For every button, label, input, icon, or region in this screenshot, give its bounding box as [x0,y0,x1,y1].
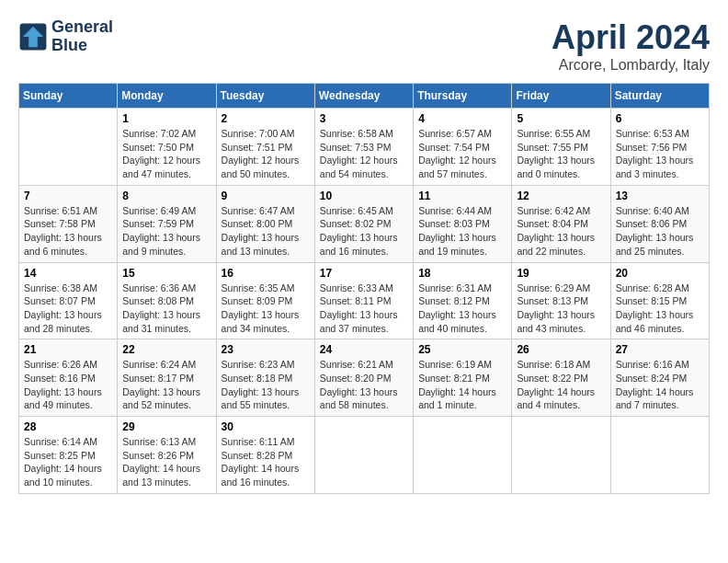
day-info: Sunrise: 6:38 AMSunset: 8:07 PMDaylight:… [24,282,112,336]
day-number: 9 [222,190,310,202]
day-info: Sunrise: 6:57 AMSunset: 7:54 PMDaylight:… [418,127,506,181]
weekday-header-sunday: Sunday [19,84,118,109]
day-number: 12 [517,190,605,202]
calendar-week-2: 7Sunrise: 6:51 AMSunset: 7:58 PMDaylight… [19,185,710,262]
calendar-cell: 29Sunrise: 6:13 AMSunset: 8:26 PMDayligh… [118,417,216,494]
day-info: Sunrise: 6:31 AMSunset: 8:12 PMDaylight:… [418,282,506,336]
calendar-cell: 27Sunrise: 6:16 AMSunset: 8:24 PMDayligh… [610,339,709,417]
day-info: Sunrise: 6:13 AMSunset: 8:26 PMDaylight:… [122,435,210,489]
calendar-week-5: 28Sunrise: 6:14 AMSunset: 8:25 PMDayligh… [19,417,710,494]
title-block: April 2024 Arcore, Lombardy, Italy [552,18,710,74]
day-info: Sunrise: 6:33 AMSunset: 8:11 PMDaylight:… [320,282,408,336]
day-number: 5 [517,112,605,125]
day-number: 17 [320,267,408,280]
day-info: Sunrise: 7:00 AMSunset: 7:51 PMDaylight:… [222,127,310,181]
logo-text: General Blue [51,18,113,55]
calendar-cell: 12Sunrise: 6:42 AMSunset: 8:04 PMDayligh… [512,185,610,262]
day-number: 7 [24,190,112,202]
calendar-cell: 23Sunrise: 6:23 AMSunset: 8:18 PMDayligh… [216,339,314,417]
day-number: 13 [616,190,704,202]
day-number: 6 [616,112,704,125]
day-info: Sunrise: 6:53 AMSunset: 7:56 PMDaylight:… [616,127,704,181]
calendar-cell: 17Sunrise: 6:33 AMSunset: 8:11 PMDayligh… [314,262,413,339]
calendar-cell: 10Sunrise: 6:45 AMSunset: 8:02 PMDayligh… [314,185,413,262]
weekday-header-wednesday: Wednesday [314,84,413,109]
day-info: Sunrise: 6:36 AMSunset: 8:08 PMDaylight:… [122,282,210,336]
calendar-cell: 24Sunrise: 6:21 AMSunset: 8:20 PMDayligh… [314,339,413,417]
calendar-cell [19,109,118,186]
location: Arcore, Lombardy, Italy [552,57,710,74]
day-info: Sunrise: 6:49 AMSunset: 7:59 PMDaylight:… [122,204,210,259]
logo: General Blue [18,18,113,55]
weekday-header-saturday: Saturday [610,84,709,109]
day-info: Sunrise: 7:02 AMSunset: 7:50 PMDaylight:… [122,127,210,181]
day-number: 28 [24,420,112,433]
calendar-cell: 5Sunrise: 6:55 AMSunset: 7:55 PMDaylight… [512,109,610,186]
weekday-header-monday: Monday [118,84,216,109]
day-number: 20 [616,267,704,280]
day-number: 26 [517,343,605,356]
calendar-cell: 25Sunrise: 6:19 AMSunset: 8:21 PMDayligh… [414,339,512,417]
day-number: 25 [418,343,506,356]
calendar-cell: 16Sunrise: 6:35 AMSunset: 8:09 PMDayligh… [216,262,314,339]
day-info: Sunrise: 6:51 AMSunset: 7:58 PMDaylight:… [24,204,112,259]
calendar-cell [314,417,413,494]
calendar-cell: 13Sunrise: 6:40 AMSunset: 8:06 PMDayligh… [610,185,709,262]
day-info: Sunrise: 6:45 AMSunset: 8:02 PMDaylight:… [320,204,408,259]
logo-icon [18,22,48,52]
day-info: Sunrise: 6:55 AMSunset: 7:55 PMDaylight:… [517,127,605,181]
calendar-cell: 3Sunrise: 6:58 AMSunset: 7:53 PMDaylight… [314,109,413,186]
calendar-cell: 11Sunrise: 6:44 AMSunset: 8:03 PMDayligh… [414,185,512,262]
calendar-cell: 9Sunrise: 6:47 AMSunset: 8:00 PMDaylight… [216,185,314,262]
weekday-header-thursday: Thursday [414,84,512,109]
day-number: 29 [122,420,210,433]
calendar-cell: 28Sunrise: 6:14 AMSunset: 8:25 PMDayligh… [19,417,118,494]
calendar-week-3: 14Sunrise: 6:38 AMSunset: 8:07 PMDayligh… [19,262,710,339]
day-info: Sunrise: 6:58 AMSunset: 7:53 PMDaylight:… [320,127,408,181]
day-number: 14 [24,267,112,280]
day-number: 4 [418,112,506,125]
day-info: Sunrise: 6:16 AMSunset: 8:24 PMDaylight:… [616,358,704,412]
day-info: Sunrise: 6:47 AMSunset: 8:00 PMDaylight:… [222,204,310,259]
day-number: 22 [122,343,210,356]
day-info: Sunrise: 6:42 AMSunset: 8:04 PMDaylight:… [517,204,605,259]
calendar-cell: 4Sunrise: 6:57 AMSunset: 7:54 PMDaylight… [414,109,512,186]
day-number: 10 [320,190,408,202]
day-number: 19 [517,267,605,280]
calendar-cell: 20Sunrise: 6:28 AMSunset: 8:15 PMDayligh… [610,262,709,339]
day-info: Sunrise: 6:21 AMSunset: 8:20 PMDaylight:… [320,358,408,412]
calendar-cell: 22Sunrise: 6:24 AMSunset: 8:17 PMDayligh… [118,339,216,417]
day-info: Sunrise: 6:44 AMSunset: 8:03 PMDaylight:… [418,204,506,259]
day-number: 21 [24,343,112,356]
day-number: 3 [320,112,408,125]
day-info: Sunrise: 6:18 AMSunset: 8:22 PMDaylight:… [517,358,605,412]
day-number: 27 [616,343,704,356]
day-number: 15 [122,267,210,280]
day-info: Sunrise: 6:24 AMSunset: 8:17 PMDaylight:… [122,358,210,412]
calendar-cell: 1Sunrise: 7:02 AMSunset: 7:50 PMDaylight… [118,109,216,186]
calendar-cell: 6Sunrise: 6:53 AMSunset: 7:56 PMDaylight… [610,109,709,186]
calendar-cell: 2Sunrise: 7:00 AMSunset: 7:51 PMDaylight… [216,109,314,186]
calendar-week-1: 1Sunrise: 7:02 AMSunset: 7:50 PMDaylight… [19,109,710,186]
calendar-cell: 21Sunrise: 6:26 AMSunset: 8:16 PMDayligh… [19,339,118,417]
weekday-header-row: SundayMondayTuesdayWednesdayThursdayFrid… [19,84,710,109]
calendar-cell [610,417,709,494]
day-number: 18 [418,267,506,280]
calendar-cell: 18Sunrise: 6:31 AMSunset: 8:12 PMDayligh… [414,262,512,339]
day-number: 24 [320,343,408,356]
day-info: Sunrise: 6:26 AMSunset: 8:16 PMDaylight:… [24,358,112,412]
day-info: Sunrise: 6:19 AMSunset: 8:21 PMDaylight:… [418,358,506,412]
day-info: Sunrise: 6:23 AMSunset: 8:18 PMDaylight:… [222,358,310,412]
day-number: 11 [418,190,506,202]
calendar-cell: 14Sunrise: 6:38 AMSunset: 8:07 PMDayligh… [19,262,118,339]
calendar-cell: 19Sunrise: 6:29 AMSunset: 8:13 PMDayligh… [512,262,610,339]
day-number: 16 [222,267,310,280]
day-info: Sunrise: 6:29 AMSunset: 8:13 PMDaylight:… [517,282,605,336]
weekday-header-tuesday: Tuesday [216,84,314,109]
calendar-cell: 30Sunrise: 6:11 AMSunset: 8:28 PMDayligh… [216,417,314,494]
weekday-header-friday: Friday [512,84,610,109]
calendar-cell [512,417,610,494]
day-info: Sunrise: 6:28 AMSunset: 8:15 PMDaylight:… [616,282,704,336]
calendar-cell: 15Sunrise: 6:36 AMSunset: 8:08 PMDayligh… [118,262,216,339]
calendar-cell: 8Sunrise: 6:49 AMSunset: 7:59 PMDaylight… [118,185,216,262]
